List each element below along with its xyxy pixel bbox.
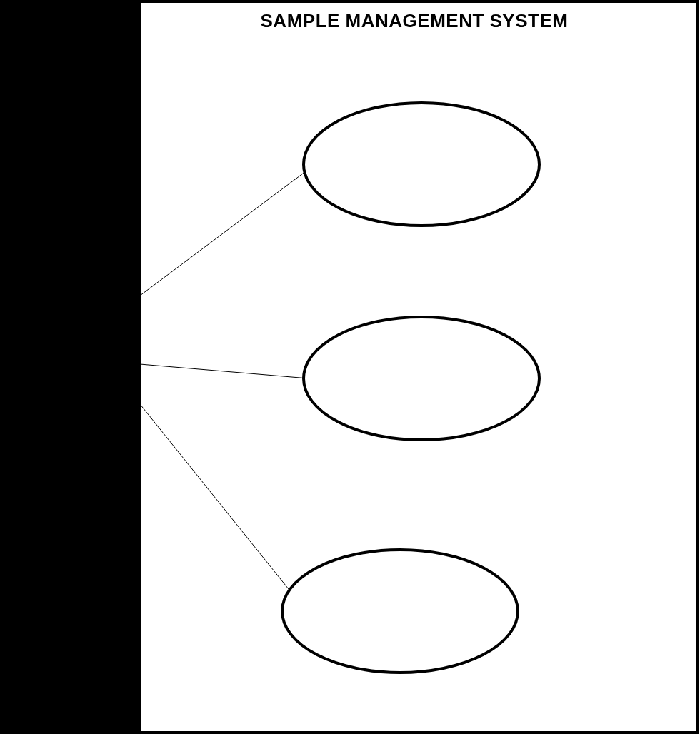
use-case-1	[304, 103, 539, 226]
system-title: SAMPLE MANAGEMENT SYSTEM	[143, 10, 686, 32]
diagram-canvas: SAMPLE MANAGEMENT SYSTEM	[0, 0, 700, 734]
use-case-2	[304, 317, 539, 440]
use-case-3	[282, 550, 518, 673]
actor-region	[0, 0, 140, 734]
diagram-svg	[0, 0, 700, 734]
